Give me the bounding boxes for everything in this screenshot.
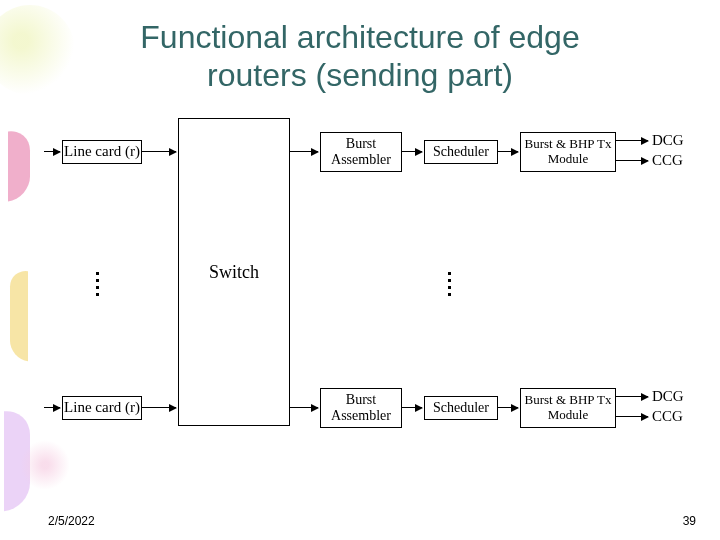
block-burst-assembler-top: Burst Assembler bbox=[320, 132, 402, 172]
decoration-swirl bbox=[8, 128, 30, 201]
arrow-linecard-to-switch-bottom bbox=[142, 407, 176, 408]
block-scheduler-top: Scheduler bbox=[424, 140, 498, 164]
label-dcg-bottom: DCG bbox=[652, 388, 684, 405]
arrow-switch-to-burst-bottom bbox=[290, 407, 318, 408]
arrow-tx-to-ccg-bottom bbox=[616, 416, 648, 417]
block-switch: Switch bbox=[178, 118, 290, 426]
architecture-diagram: Line card (r) Line card (r) Switch Burst… bbox=[44, 118, 694, 468]
arrow-sched-to-tx-bottom bbox=[498, 407, 518, 408]
label-dcg-top: DCG bbox=[652, 132, 684, 149]
arrow-linecard-to-switch-top bbox=[142, 151, 176, 152]
ellipsis-pipelines bbox=[448, 268, 451, 300]
arrow-sched-to-tx-top bbox=[498, 151, 518, 152]
block-tx-module-bottom: Burst & BHP Tx Module bbox=[520, 388, 616, 428]
arrow-tx-to-dcg-top bbox=[616, 140, 648, 141]
arrow-burst-to-sched-top bbox=[402, 151, 422, 152]
block-scheduler-bottom: Scheduler bbox=[424, 396, 498, 420]
title-line-1: Functional architecture of edge bbox=[140, 19, 579, 55]
arrow-input-to-linecard-bottom bbox=[44, 407, 60, 408]
arrow-tx-to-dcg-bottom bbox=[616, 396, 648, 397]
arrow-input-to-linecard-top bbox=[44, 151, 60, 152]
title-line-2: routers (sending part) bbox=[207, 57, 513, 93]
arrow-switch-to-burst-top bbox=[290, 151, 318, 152]
block-linecard-top: Line card (r) bbox=[62, 140, 142, 164]
slide-title: Functional architecture of edge routers … bbox=[0, 18, 720, 94]
ellipsis-linecards bbox=[96, 268, 99, 300]
label-ccg-top: CCG bbox=[652, 152, 683, 169]
block-linecard-bottom: Line card (r) bbox=[62, 396, 142, 420]
decoration-swirl bbox=[10, 269, 28, 362]
arrow-burst-to-sched-bottom bbox=[402, 407, 422, 408]
label-ccg-bottom: CCG bbox=[652, 408, 683, 425]
footer-date: 2/5/2022 bbox=[48, 514, 95, 528]
footer-page-number: 39 bbox=[683, 514, 696, 528]
block-burst-assembler-bottom: Burst Assembler bbox=[320, 388, 402, 428]
arrow-tx-to-ccg-top bbox=[616, 160, 648, 161]
block-tx-module-top: Burst & BHP Tx Module bbox=[520, 132, 616, 172]
